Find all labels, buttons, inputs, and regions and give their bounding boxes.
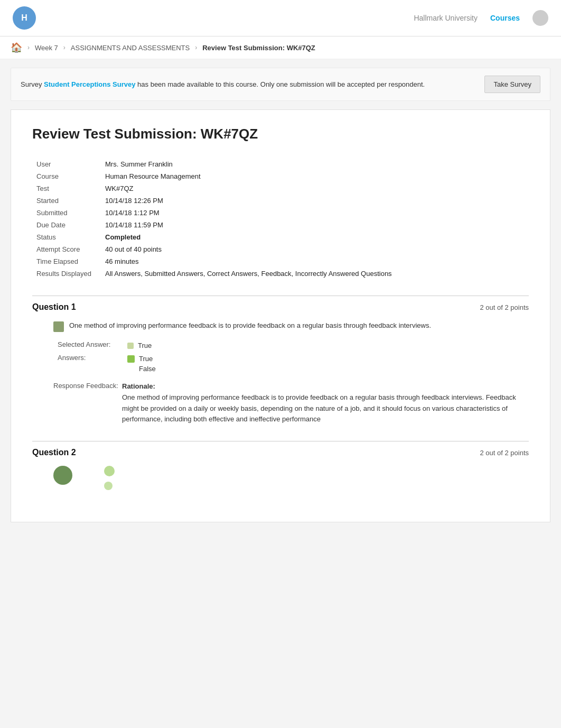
- question-1-points: 2 out of 2 points: [480, 303, 529, 311]
- info-row-started: Started 10/14/18 12:26 PM: [32, 195, 396, 207]
- results-displayed-value: All Answers, Submitted Answers, Correct …: [101, 268, 396, 280]
- answer-true-dot: [127, 355, 135, 363]
- survey-banner: Survey Student Perceptions Survey has be…: [11, 68, 550, 101]
- question-2-header: Question 2 2 out of 2 points: [32, 441, 529, 457]
- breadcrumb: 🏠 › Week 7 › ASSIGNMENTS AND ASSESSMENTS…: [0, 36, 561, 59]
- question-2-body: [53, 466, 529, 490]
- due-date-label: Due Date: [32, 219, 101, 231]
- header-right: Hallmark University Courses: [414, 10, 548, 26]
- main-content: Review Test Submission: WK#7QZ User Mrs.…: [11, 109, 550, 522]
- user-value: Mrs. Summer Franklin: [101, 158, 396, 170]
- breadcrumb-sep-2: ›: [63, 44, 66, 51]
- answer-false-container: False: [127, 365, 156, 373]
- breadcrumb-current: Review Test Submission: WK#7QZ: [202, 44, 315, 52]
- attempt-score-value: 40 out of 40 points: [101, 243, 396, 255]
- feedback-content: Rationale: One method of improving perfo…: [122, 381, 529, 425]
- question-1-feedback: Response Feedback: Rationale: One method…: [53, 381, 529, 425]
- question-2-title: Question 2: [32, 448, 76, 457]
- courses-link[interactable]: Courses: [490, 14, 520, 22]
- question-1-correct-indicator: [53, 321, 64, 332]
- time-elapsed-value: 46 minutes: [101, 255, 396, 268]
- avatar[interactable]: [532, 10, 548, 26]
- answers-row: Answers: True False: [54, 353, 159, 374]
- question-2-indicators: [53, 466, 529, 490]
- breadcrumb-sep-3: ›: [195, 44, 197, 51]
- answer-false-text: False: [139, 365, 156, 373]
- selected-answer-label: Selected Answer:: [54, 339, 123, 352]
- q2-medium-dot: [104, 466, 115, 476]
- question-1-text-container: One method of improving performance feed…: [53, 320, 529, 332]
- info-row-time-elapsed: Time Elapsed 46 minutes: [32, 255, 396, 268]
- breadcrumb-assignments[interactable]: ASSIGNMENTS AND ASSESSMENTS: [71, 44, 190, 52]
- info-row-submitted: Submitted 10/14/18 1:12 PM: [32, 207, 396, 219]
- survey-link[interactable]: Student Perceptions Survey: [44, 80, 135, 88]
- selected-answer-container: True: [127, 342, 156, 349]
- question-1-text: One method of improving performance feed…: [69, 320, 431, 331]
- answers-values: True False: [124, 353, 159, 374]
- info-row-due-date: Due Date 10/14/18 11:59 PM: [32, 219, 396, 231]
- results-displayed-label: Results Displayed: [32, 268, 101, 280]
- submitted-value: 10/14/18 1:12 PM: [101, 207, 396, 219]
- time-elapsed-label: Time Elapsed: [32, 255, 101, 268]
- header-left: H: [13, 6, 36, 30]
- info-row-test: Test WK#7QZ: [32, 182, 396, 195]
- question-1-section: Question 1 2 out of 2 points One method …: [32, 296, 529, 425]
- feedback-title: Rationale:: [122, 382, 155, 390]
- question-1-title: Question 1: [32, 302, 76, 312]
- test-label: Test: [32, 182, 101, 195]
- question-2-section: Question 2 2 out of 2 points: [32, 441, 529, 490]
- q2-small-dot: [104, 482, 113, 490]
- selected-answer-dot: [127, 343, 134, 349]
- course-value: Human Resource Management: [101, 170, 396, 182]
- test-value: WK#7QZ: [101, 182, 396, 195]
- submitted-label: Submitted: [32, 207, 101, 219]
- question-2-points: 2 out of 2 points: [480, 449, 529, 457]
- attempt-score-label: Attempt Score: [32, 243, 101, 255]
- logo: H: [13, 6, 36, 30]
- header: H Hallmark University Courses: [0, 0, 561, 36]
- info-row-status: Status Completed: [32, 231, 396, 243]
- question-1-header: Question 1 2 out of 2 points: [32, 296, 529, 312]
- answers-label: Answers:: [54, 353, 123, 374]
- selected-answer-row: Selected Answer: True: [54, 339, 159, 352]
- status-label: Status: [32, 231, 101, 243]
- status-value: Completed: [101, 231, 396, 243]
- breadcrumb-week[interactable]: Week 7: [35, 44, 58, 52]
- q2-large-dot: [53, 466, 72, 485]
- home-icon[interactable]: 🏠: [11, 42, 22, 53]
- started-value: 10/14/18 12:26 PM: [101, 195, 396, 207]
- user-label: User: [32, 158, 101, 170]
- q2-small-dots: [104, 466, 115, 490]
- info-row-user: User Mrs. Summer Franklin: [32, 158, 396, 170]
- selected-answer-text: True: [138, 342, 152, 349]
- feedback-text: One method of improving performance feed…: [122, 393, 516, 423]
- survey-text: Survey Student Perceptions Survey has be…: [21, 79, 425, 90]
- submission-info-table: User Mrs. Summer Franklin Course Human R…: [32, 158, 396, 280]
- question-1-body: One method of improving performance feed…: [53, 320, 529, 425]
- university-name: Hallmark University: [414, 14, 478, 22]
- take-survey-button[interactable]: Take Survey: [484, 76, 540, 93]
- question-1-answers-table: Selected Answer: True Answers: True: [53, 338, 160, 375]
- info-row-results-displayed: Results Displayed All Answers, Submitted…: [32, 268, 396, 280]
- course-label: Course: [32, 170, 101, 182]
- started-label: Started: [32, 195, 101, 207]
- page-title: Review Test Submission: WK#7QZ: [32, 126, 529, 142]
- info-row-attempt-score: Attempt Score 40 out of 40 points: [32, 243, 396, 255]
- feedback-label: Response Feedback:: [53, 381, 122, 425]
- survey-text-before: Survey: [21, 80, 44, 88]
- answer-true-text: True: [139, 355, 153, 363]
- info-row-course: Course Human Resource Management: [32, 170, 396, 182]
- answer-true-container: True: [127, 355, 156, 363]
- survey-text-after: has been made available to this course. …: [135, 80, 425, 88]
- due-date-value: 10/14/18 11:59 PM: [101, 219, 396, 231]
- selected-answer-value: True: [124, 339, 159, 352]
- breadcrumb-sep-1: ›: [27, 44, 30, 51]
